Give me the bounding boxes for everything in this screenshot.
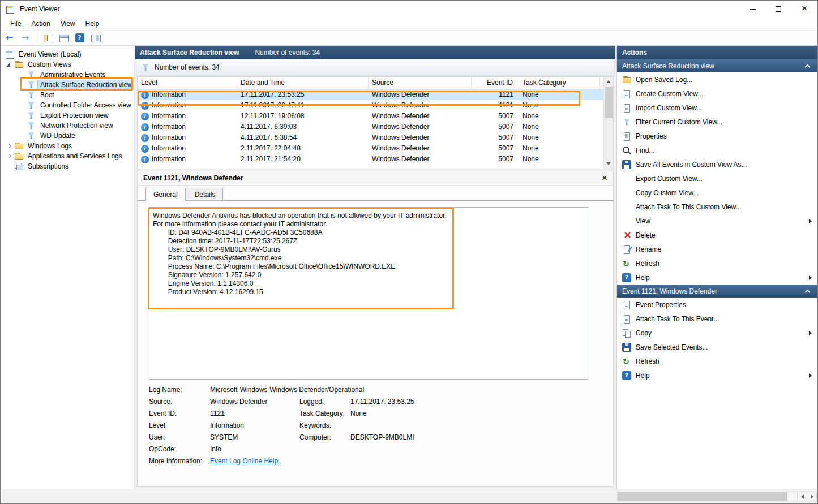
action-pane-button[interactable]	[88, 32, 102, 45]
action-delete[interactable]: Delete	[617, 228, 817, 242]
column-header-event-id[interactable]: Event ID	[472, 77, 519, 89]
action-export-custom-view[interactable]: Export Custom View...	[617, 171, 817, 186]
event-task-category-cell: None	[519, 143, 600, 154]
tree-item-label: Network Protection view	[38, 121, 115, 130]
action-find[interactable]: Find...	[617, 143, 817, 157]
action-group-header-attack-surface-reduction-view[interactable]: Attack Surface Reduction view	[617, 59, 817, 72]
description-line: For more information please contact your…	[153, 220, 584, 229]
field-label: Log Name:	[149, 386, 182, 394]
action-help[interactable]: Help	[617, 270, 817, 285]
minimize-button[interactable]	[739, 1, 765, 18]
tree-item-administrative-events[interactable]: Administrative Events	[1, 70, 134, 80]
hscroll-thumb[interactable]	[618, 492, 787, 501]
action-refresh[interactable]: Refresh	[617, 256, 817, 270]
column-header-date-and-time[interactable]: Date and Time	[237, 77, 369, 89]
tree-expander-spacer	[18, 112, 24, 119]
action-attach-task-to-this-event[interactable]: Attach Task To This Event...	[617, 312, 817, 326]
event-row[interactable]: Information12.11.2017. 19:06:08Windows D…	[138, 111, 613, 122]
tree-item-subscriptions[interactable]: Subscriptions	[1, 161, 134, 171]
forward-arrow-button[interactable]	[19, 32, 33, 45]
action-rename[interactable]: Rename	[617, 242, 817, 256]
help-button[interactable]	[72, 32, 87, 45]
column-header-source[interactable]: Source	[369, 77, 472, 89]
tree-item-label: Subscriptions	[25, 162, 71, 171]
action-open-saved-log[interactable]: Open Saved Log...	[617, 72, 817, 87]
action-label: Open Saved Log...	[636, 76, 692, 84]
find-icon	[622, 146, 631, 155]
collapse-chevron-icon[interactable]	[805, 289, 811, 295]
menu-action[interactable]: Action	[26, 18, 55, 29]
column-header-level[interactable]: Level	[138, 77, 237, 89]
action-group-header-event-1121-windows-defender[interactable]: Event 1121, Windows Defender	[617, 285, 817, 298]
event-row[interactable]: Information2.11.2017. 22:04:48Windows De…	[138, 143, 613, 154]
action-view[interactable]: View	[617, 214, 817, 228]
export-list-button[interactable]	[57, 32, 71, 45]
hscroll-left-button[interactable]	[797, 492, 807, 501]
event-row[interactable]: Information4.11.2017. 6:38:54Windows Def…	[138, 132, 613, 143]
action-save-all-events-in-custom-view-as[interactable]: Save All Events in Custom View As...	[617, 157, 817, 171]
maximize-button[interactable]	[765, 1, 791, 18]
action-create-custom-view[interactable]: Create Custom View...	[617, 87, 817, 101]
tree-item-wd-update[interactable]: WD Update	[1, 131, 134, 141]
collapse-chevron-icon[interactable]	[805, 64, 811, 70]
tree-item-applications-and-services-logs[interactable]: Applications and Services Logs	[1, 151, 134, 161]
action-refresh[interactable]: Refresh	[617, 354, 817, 368]
event-source-cell: Windows Defender	[369, 143, 472, 154]
action-event-properties[interactable]: Event Properties	[617, 298, 817, 312]
detail-field-row: Source:Windows DefenderLogged:17.11.2017…	[149, 398, 602, 410]
console-tree-button[interactable]	[41, 32, 55, 45]
tree-item-windows-logs[interactable]: Windows Logs	[1, 141, 134, 151]
tree-expander-icon[interactable]	[5, 153, 12, 160]
tree-expander-icon[interactable]	[5, 143, 12, 149]
back-arrow-button[interactable]	[3, 32, 18, 45]
action-help[interactable]: Help	[617, 368, 817, 382]
tree-item-boot[interactable]: Boot	[1, 90, 134, 100]
tree-item-controlled-folder-access-view[interactable]: Controlled Folder Access view	[1, 100, 134, 110]
tree-item-exploit-protection-view[interactable]: Exploit Protection view	[1, 110, 134, 120]
event-log-online-help-link[interactable]: Event Log Online Help	[210, 457, 278, 465]
events-scrollbar[interactable]	[603, 77, 613, 169]
event-date-cell: 12.11.2017. 19:06:08	[237, 111, 369, 122]
filter-summary-bar[interactable]: Number of events: 34	[136, 59, 615, 76]
tree-expander-spacer	[18, 102, 24, 109]
scroll-down-button[interactable]	[604, 159, 613, 169]
tree-item-custom-views[interactable]: Custom Views	[1, 59, 134, 70]
action-save-selected-events[interactable]: Save Selected Events...	[617, 340, 817, 354]
actions-horizontal-scrollbar[interactable]	[617, 492, 817, 501]
view-event-count: Number of events: 34	[255, 49, 320, 57]
action-label: Delete	[636, 231, 656, 239]
field-label: Source:	[149, 398, 172, 406]
event-row[interactable]: Information17.11.2017. 22:47:41Windows D…	[138, 100, 613, 111]
tab-general[interactable]: General	[145, 188, 186, 201]
scroll-up-button[interactable]	[604, 77, 613, 87]
close-button[interactable]	[791, 1, 817, 18]
event-row[interactable]: Information2.11.2017. 21:54:20Windows De…	[138, 154, 613, 165]
menu-view[interactable]: View	[55, 18, 80, 29]
information-icon	[141, 113, 149, 120]
event-level-label: Information	[152, 89, 186, 100]
close-detail-icon[interactable]	[602, 174, 607, 182]
action-label: View	[636, 217, 650, 225]
action-attach-task-to-this-custom-view[interactable]: Attach Task To This Custom View...	[617, 200, 817, 214]
action-filter-current-custom-view[interactable]: Filter Current Custom View...	[617, 115, 817, 129]
action-copy-custom-view[interactable]: Copy Custom View...	[617, 186, 817, 200]
action-groups: Attack Surface Reduction viewOpen Saved …	[617, 59, 817, 382]
tree-item-network-protection-view[interactable]: Network Protection view	[1, 120, 134, 131]
event-level-cell: Information	[138, 122, 237, 132]
scrollbar-thumb[interactable]	[605, 87, 613, 118]
event-row[interactable]: Information17.11.2017. 23:53:25Windows D…	[138, 89, 613, 100]
menu-file[interactable]: File	[5, 18, 26, 29]
menu-help[interactable]: Help	[80, 18, 105, 29]
action-properties[interactable]: Properties	[617, 129, 817, 143]
tree-item-event-viewer-local[interactable]: Event Viewer (Local)	[1, 49, 134, 59]
hscroll-right-button[interactable]	[807, 492, 816, 501]
event-row[interactable]: Information4.11.2017. 6:39:03Windows Def…	[138, 122, 613, 132]
event-id-cell: 5007	[472, 154, 519, 165]
action-import-custom-view[interactable]: Import Custom View...	[617, 101, 817, 115]
action-copy[interactable]: Copy	[617, 326, 817, 340]
tree-expander-icon[interactable]	[5, 61, 12, 68]
tab-details[interactable]: Details	[187, 188, 224, 200]
column-header-task-category[interactable]: Task Category	[519, 77, 600, 89]
detail-field-row: User:SYSTEMComputer:DESKTOP-9MB0LMI	[149, 433, 602, 445]
tree-item-attack-surface-reduction-view[interactable]: Attack Surface Reduction view	[1, 80, 134, 90]
